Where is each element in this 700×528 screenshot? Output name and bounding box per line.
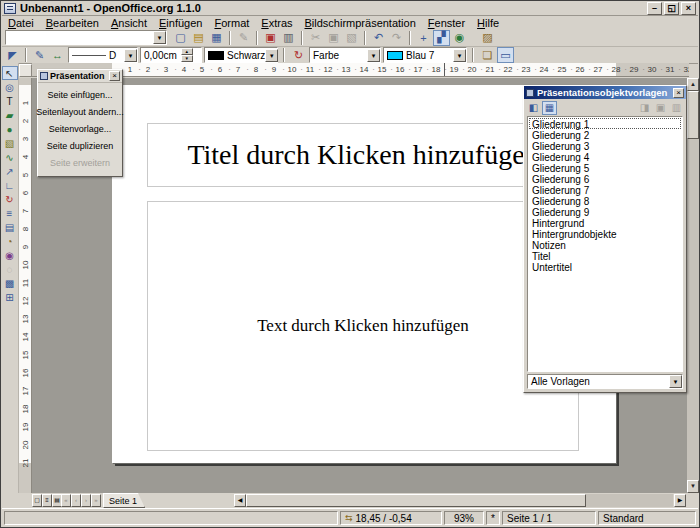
style-list-item[interactable]: Gliederung 6 xyxy=(529,173,681,184)
cut-icon[interactable]: ✂ xyxy=(307,30,324,46)
horizontal-scrollbar-thumb[interactable] xyxy=(246,494,586,507)
palette-item-seite-duplizieren[interactable]: Seite duplizieren xyxy=(39,138,121,154)
paste-icon[interactable]: ▧ xyxy=(343,30,360,46)
vertical-ruler[interactable]: 123456789101112131415161718192021 xyxy=(19,78,32,493)
3d-controller-tool-icon[interactable]: ◌ xyxy=(2,262,18,276)
effects-tool-icon[interactable]: ◔ xyxy=(2,234,18,248)
palette-item-seitenlayout-aendern[interactable]: Seitenlayout ändern... xyxy=(39,104,121,120)
style-list-item[interactable]: Gliederung 4 xyxy=(529,151,681,162)
palette-item-seite-einfuegen[interactable]: Seite einfügen... xyxy=(39,87,121,103)
horizontal-ruler[interactable]: 1234567891011121314151617181920212223242… xyxy=(32,63,689,77)
vertical-scrollbar-thumb[interactable] xyxy=(687,91,699,139)
style-list-item[interactable]: Gliederung 1 xyxy=(529,118,681,129)
menu-hilfe[interactable]: Hilfe xyxy=(471,17,505,29)
open-icon[interactable]: ▤ xyxy=(190,30,207,46)
curve-tool-icon[interactable]: ∿ xyxy=(2,150,18,164)
forms-tool-icon[interactable]: ⊞ xyxy=(2,290,18,304)
edit-points-icon[interactable]: ◤ xyxy=(4,47,21,63)
palette-item-seite-erweitern[interactable]: Seite erweitern xyxy=(39,155,121,171)
graphics-styles-icon[interactable]: ◧ xyxy=(526,101,541,115)
style-list-item[interactable]: Untertitel xyxy=(529,261,681,272)
hyperlink-icon[interactable]: ◉ xyxy=(451,30,468,46)
new-document-icon[interactable]: ▢ xyxy=(172,30,189,46)
style-list-item[interactable]: Hintergrund xyxy=(529,217,681,228)
fill-format-mode-icon[interactable]: ◨ xyxy=(637,101,652,115)
new-style-icon[interactable]: ▣ xyxy=(653,101,668,115)
presentation-styles-icon[interactable]: ▦ xyxy=(542,101,557,115)
rotate-mode-icon[interactable]: ↻ xyxy=(290,47,307,63)
fill-color-dropdown-button[interactable]: ▾ xyxy=(453,49,466,62)
drawing-view-button[interactable]: ▢ xyxy=(32,494,42,507)
menu-extras[interactable]: Extras xyxy=(255,17,298,29)
style-filter-combobox[interactable]: Alle Vorlagen ▾ xyxy=(527,374,683,389)
update-style-icon[interactable]: ▥ xyxy=(669,101,684,115)
status-template[interactable]: Standard xyxy=(598,511,696,525)
line-color-dropdown-button[interactable]: ▾ xyxy=(265,49,278,62)
scroll-left-icon[interactable]: ◀ xyxy=(234,494,246,507)
menu-format[interactable]: Format xyxy=(208,17,255,29)
arrow-ends-icon[interactable]: ↔ xyxy=(49,47,66,63)
style-list-item[interactable]: Notizen xyxy=(529,239,681,250)
ruler-corner[interactable] xyxy=(19,64,32,77)
page-tab[interactable]: Seite 1 xyxy=(103,493,145,508)
palette-item-seitenvorlage[interactable]: Seitenvorlage... xyxy=(39,121,121,137)
stylist-titlebar[interactable]: Präsentationsobjektvorlagen × xyxy=(524,86,686,99)
rotate-tool-icon[interactable]: ↻ xyxy=(2,192,18,206)
navigator-icon[interactable]: + xyxy=(415,30,432,46)
stylist-close-icon[interactable]: × xyxy=(673,88,684,98)
fill-style-combobox[interactable]: Farbe ▾ xyxy=(309,47,381,63)
line-style-dropdown-button[interactable]: ▾ xyxy=(124,49,137,62)
shadow-icon[interactable]: ❏ xyxy=(479,47,496,63)
spin-down-button[interactable]: ▾ xyxy=(181,55,193,62)
alignment-tool-icon[interactable]: ≡ xyxy=(2,206,18,220)
style-list-item[interactable]: Hintergrundobjekte xyxy=(529,228,681,239)
redo-icon[interactable]: ↷ xyxy=(388,30,405,46)
fill-style-dropdown-button[interactable]: ▾ xyxy=(367,49,380,62)
style-filter-dropdown-button[interactable]: ▾ xyxy=(669,375,682,388)
menu-bildschirmpraesentation[interactable]: Bildschirmpräsentation xyxy=(299,17,422,29)
style-list-item[interactable]: Gliederung 5 xyxy=(529,162,681,173)
horizontal-scrollbar[interactable] xyxy=(246,494,673,507)
style-list-item[interactable]: Titel xyxy=(529,250,681,261)
status-zoom[interactable]: 93% xyxy=(444,511,484,525)
menu-einfuegen[interactable]: Einfügen xyxy=(153,17,208,29)
url-combobox[interactable]: ▾ xyxy=(5,30,167,45)
line-style-combobox[interactable]: D ▾ xyxy=(68,47,138,63)
stylist-icon[interactable]: ▞ xyxy=(433,30,450,46)
menu-ansicht[interactable]: Ansicht xyxy=(105,17,153,29)
text-tool-icon[interactable]: T xyxy=(2,94,18,108)
scroll-right-icon[interactable]: ▶ xyxy=(674,494,686,507)
style-list-item[interactable]: Gliederung 8 xyxy=(529,195,681,206)
vertical-scrollbar[interactable]: ▲ ▼ xyxy=(687,78,699,493)
3d-objects-tool-icon[interactable]: ▧ xyxy=(2,136,18,150)
imagemap-tool-icon[interactable]: ▩ xyxy=(2,276,18,290)
minimize-button[interactable]: – xyxy=(647,2,662,15)
preview-icon[interactable]: ▭ xyxy=(497,47,514,63)
style-list-item[interactable]: Gliederung 7 xyxy=(529,184,681,195)
url-input[interactable] xyxy=(6,32,153,44)
line-attributes-icon[interactable]: ✎ xyxy=(31,47,48,63)
next-page-button[interactable]: › xyxy=(81,494,91,507)
select-tool-icon[interactable]: ↖ xyxy=(2,66,18,80)
menu-bearbeiten[interactable]: Bearbeiten xyxy=(40,17,105,29)
copy-icon[interactable]: ▣ xyxy=(325,30,342,46)
scroll-up-icon[interactable]: ▲ xyxy=(687,78,699,91)
style-list-item[interactable]: Gliederung 2 xyxy=(529,129,681,140)
previous-page-button[interactable]: ‹ xyxy=(71,494,81,507)
menu-datei[interactable]: Datei xyxy=(2,17,40,29)
connector-tool-icon[interactable]: ∟ xyxy=(2,178,18,192)
line-color-combobox[interactable]: Schwarz ▾ xyxy=(204,47,278,63)
url-dropdown-button[interactable]: ▾ xyxy=(153,31,166,44)
title-bar[interactable]: Unbenannt1 - OpenOffice.org 1.1.0 –◱× xyxy=(2,1,698,16)
presentation-palette-titlebar[interactable]: Präsentation × xyxy=(38,70,122,83)
status-position[interactable]: ⇆18,45 / -0,54 xyxy=(340,511,442,525)
scroll-down-icon[interactable]: ▼ xyxy=(687,480,699,493)
outline-view-button[interactable]: ≡ xyxy=(42,494,52,507)
menu-fenster[interactable]: Fenster xyxy=(422,17,471,29)
spin-up-button[interactable]: ▴ xyxy=(181,48,193,55)
rectangle-tool-icon[interactable]: ▰ xyxy=(2,108,18,122)
style-list-item[interactable]: Gliederung 3 xyxy=(529,140,681,151)
last-page-button[interactable]: » xyxy=(91,494,101,507)
title-placeholder[interactable]: Titel durch Klicken hinzufügen xyxy=(147,123,579,187)
fill-color-combobox[interactable]: Blau 7 ▾ xyxy=(383,47,467,63)
